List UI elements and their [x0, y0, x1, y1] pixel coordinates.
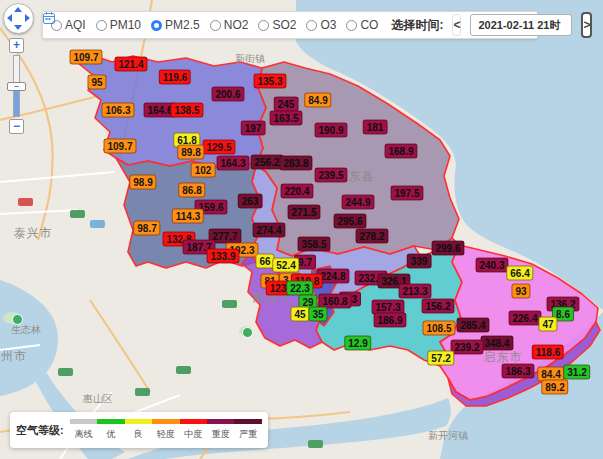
zoom-in-button[interactable]: +	[9, 38, 24, 53]
zoom-slider-handle[interactable]: −	[7, 82, 26, 91]
radio-icon[interactable]	[346, 20, 357, 31]
station-value-marker[interactable]: 35	[308, 307, 327, 322]
station-value-marker[interactable]: 299.6	[431, 241, 464, 256]
pollutant-radio-so2[interactable]: SO2	[258, 18, 296, 32]
station-value-marker[interactable]: 197	[241, 121, 266, 136]
station-value-marker[interactable]: 129.5	[202, 140, 235, 155]
next-hour-button[interactable]: >	[581, 12, 592, 38]
road-shield-badge	[90, 220, 105, 228]
station-value-marker[interactable]: 119.6	[159, 70, 191, 85]
station-value-marker[interactable]: 186.9	[373, 313, 406, 328]
date-picker[interactable]	[470, 14, 572, 36]
station-value-marker[interactable]: 118.6	[532, 345, 564, 360]
calendar-icon[interactable]	[43, 12, 55, 24]
prev-hour-button[interactable]: <	[452, 14, 461, 36]
radio-icon[interactable]	[306, 20, 317, 31]
station-value-marker[interactable]: 274.4	[252, 223, 285, 238]
station-value-marker[interactable]: 239.2	[450, 340, 483, 355]
station-value-marker[interactable]: 93	[511, 284, 530, 299]
pollutant-radio-aqi[interactable]: AQI	[51, 18, 86, 32]
station-value-marker[interactable]: 239.5	[314, 168, 347, 183]
place-name-label: 惠山区	[83, 392, 113, 406]
station-value-marker[interactable]: 102	[191, 163, 216, 178]
station-value-marker[interactable]: 22.3	[286, 281, 313, 296]
station-value-marker[interactable]: 186.3	[501, 364, 534, 379]
pan-right-icon[interactable]	[25, 14, 30, 22]
station-value-marker[interactable]: 190.9	[314, 123, 347, 138]
station-value-marker[interactable]: 106.3	[101, 103, 134, 118]
station-value-marker[interactable]: 197.5	[390, 186, 423, 201]
station-value-marker[interactable]: 181	[363, 120, 388, 135]
station-value-marker[interactable]: 138.5	[170, 103, 203, 118]
station-value-marker[interactable]: 108.5	[422, 321, 455, 336]
station-value-marker[interactable]: 114.3	[172, 209, 204, 224]
radio-icon[interactable]	[258, 20, 269, 31]
pan-left-icon[interactable]	[7, 14, 12, 22]
radio-icon[interactable]	[210, 20, 221, 31]
map-pan-control[interactable]	[3, 3, 34, 34]
station-value-marker[interactable]: 358.5	[297, 237, 330, 252]
station-value-marker[interactable]: 164.3	[216, 156, 249, 171]
station-value-marker[interactable]: 135.3	[253, 74, 286, 89]
station-value-marker[interactable]: 98.9	[129, 175, 156, 190]
station-value-marker[interactable]: 52.4	[272, 258, 299, 273]
station-value-marker[interactable]: 339	[407, 254, 432, 269]
station-value-marker[interactable]: 86.8	[178, 183, 205, 198]
legend-segment	[234, 419, 261, 424]
road-shield-badge	[18, 198, 33, 206]
station-value-marker[interactable]: 84.9	[304, 93, 331, 108]
station-value-marker[interactable]: 12.9	[344, 336, 371, 351]
pollutant-radio-co[interactable]: CO	[346, 18, 378, 32]
station-value-marker[interactable]: 156.2	[421, 299, 454, 314]
radio-icon[interactable]	[151, 20, 162, 31]
map-canvas[interactable]	[0, 0, 603, 459]
station-value-marker[interactable]: 285.4	[456, 318, 489, 333]
pollutant-label: SO2	[272, 18, 296, 32]
legend-level-label: 严重	[234, 428, 261, 441]
pollutant-radio-pm10[interactable]: PM10	[96, 18, 141, 32]
station-value-marker[interactable]: 47	[538, 317, 557, 332]
station-value-marker[interactable]: 226.4	[508, 311, 541, 326]
station-value-marker[interactable]: 295.6	[333, 214, 366, 229]
station-value-marker[interactable]: 95	[87, 75, 106, 90]
station-value-marker[interactable]: 213.3	[398, 284, 431, 299]
legend-segment	[180, 419, 207, 424]
station-value-marker[interactable]: 200.6	[211, 87, 244, 102]
date-input[interactable]	[476, 18, 566, 32]
pollutant-label: PM2.5	[165, 18, 200, 32]
station-value-marker[interactable]: 283.8	[279, 156, 312, 171]
station-value-marker[interactable]: 31.2	[563, 365, 590, 380]
station-value-marker[interactable]: 245	[274, 97, 299, 112]
station-value-marker[interactable]: 121.4	[114, 57, 147, 72]
station-value-marker[interactable]: 89.2	[541, 380, 568, 395]
station-value-marker[interactable]: 244.9	[341, 195, 374, 210]
station-value-marker[interactable]: 109.7	[69, 50, 102, 65]
station-value-marker[interactable]: 278.2	[355, 229, 388, 244]
station-value-marker[interactable]: 348.4	[480, 336, 513, 351]
station-value-marker[interactable]: 57.2	[427, 351, 454, 366]
station-value-marker[interactable]: 109.7	[103, 139, 136, 154]
pollutant-radio-o3[interactable]: O3	[306, 18, 336, 32]
pollutant-radio-no2[interactable]: NO2	[210, 18, 249, 32]
road-shield-badge	[58, 368, 73, 376]
place-name-label: 泰兴市	[14, 225, 53, 242]
legend-color-bar	[70, 419, 262, 424]
station-value-marker[interactable]: 271.5	[287, 205, 320, 220]
station-value-marker[interactable]: 133.9	[206, 249, 239, 264]
station-value-marker[interactable]: 220.4	[280, 184, 313, 199]
station-value-marker[interactable]: 98.7	[133, 221, 160, 236]
pollutant-radio-pm25[interactable]: PM2.5	[151, 18, 200, 32]
station-value-marker[interactable]: 163.5	[269, 111, 302, 126]
pollutant-radio-group: AQIPM10PM2.5NO2SO2O3CO	[51, 18, 378, 32]
pan-down-icon[interactable]	[14, 25, 22, 30]
pan-up-icon[interactable]	[14, 7, 22, 12]
park-poi-icon	[242, 327, 253, 338]
station-value-marker[interactable]: 45	[290, 307, 309, 322]
station-value-marker[interactable]: 66.4	[506, 266, 533, 281]
radio-icon[interactable]	[96, 20, 107, 31]
station-value-marker[interactable]: 89.8	[177, 145, 204, 160]
station-value-marker[interactable]: 240.3	[475, 258, 508, 273]
station-value-marker[interactable]: 263	[238, 194, 263, 209]
station-value-marker[interactable]: 168.9	[384, 144, 417, 159]
zoom-out-button[interactable]: −	[9, 119, 24, 134]
